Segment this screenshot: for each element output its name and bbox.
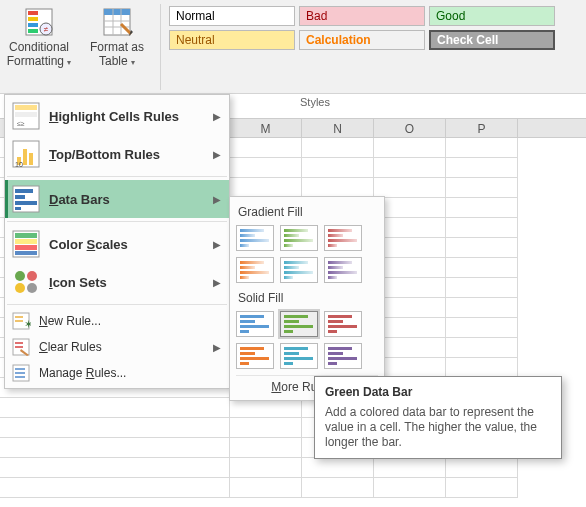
- gradient-purple-swatch[interactable]: [324, 257, 362, 283]
- style-good[interactable]: Good: [429, 6, 555, 26]
- cell[interactable]: [302, 478, 374, 498]
- cell[interactable]: [302, 158, 374, 178]
- format-as-table-icon: [101, 6, 133, 38]
- menu-separator: [7, 304, 227, 305]
- cell[interactable]: [0, 478, 230, 498]
- svg-rect-3: [28, 23, 38, 27]
- gradient-blue-swatch[interactable]: [236, 225, 274, 251]
- style-bad[interactable]: Bad: [299, 6, 425, 26]
- cell[interactable]: [446, 298, 518, 318]
- cell[interactable]: [446, 238, 518, 258]
- cell[interactable]: [0, 438, 230, 458]
- solid-purple-swatch[interactable]: [324, 343, 362, 369]
- cell[interactable]: [446, 318, 518, 338]
- manage-rules-icon: [11, 363, 31, 383]
- svg-rect-37: [15, 316, 23, 318]
- svg-rect-8: [104, 9, 130, 15]
- cell[interactable]: [302, 138, 374, 158]
- cell[interactable]: [230, 438, 302, 458]
- cell[interactable]: [446, 198, 518, 218]
- menu-data-bars[interactable]: Data Bars ▶: [5, 180, 229, 218]
- menu-separator: [7, 176, 227, 177]
- menu-new-rule[interactable]: ✶ New Rule...: [5, 308, 229, 334]
- menu-clear-rules[interactable]: Clear Rules ▶: [5, 334, 229, 360]
- svg-rect-4: [28, 29, 38, 33]
- cell[interactable]: [446, 138, 518, 158]
- svg-rect-45: [15, 372, 25, 374]
- cell[interactable]: [0, 458, 230, 478]
- menu-item-label: Color Scales: [49, 237, 213, 252]
- data-bars-submenu: Gradient Fill Solid Fill More Rules...: [229, 196, 385, 401]
- cell[interactable]: [230, 158, 302, 178]
- cell[interactable]: [230, 178, 302, 198]
- svg-text:≤≥: ≤≥: [17, 120, 25, 127]
- style-normal[interactable]: Normal: [169, 6, 295, 26]
- column-header[interactable]: M: [230, 119, 302, 137]
- cell[interactable]: [374, 458, 446, 478]
- style-neutral[interactable]: Neutral: [169, 30, 295, 50]
- solid-red-swatch[interactable]: [324, 311, 362, 337]
- submenu-arrow-icon: ▶: [213, 277, 221, 288]
- conditional-formatting-icon: ≠: [23, 6, 55, 38]
- solid-green-swatch[interactable]: [280, 311, 318, 337]
- tooltip-title: Green Data Bar: [325, 385, 551, 399]
- menu-icon-sets[interactable]: Icon Sets ▶: [5, 263, 229, 301]
- cell[interactable]: [0, 398, 230, 418]
- column-header[interactable]: O: [374, 119, 446, 137]
- fat-label-2: Table: [99, 54, 128, 68]
- style-check-cell[interactable]: Check Cell: [429, 30, 555, 50]
- menu-item-label: Data Bars: [49, 192, 213, 207]
- format-as-table-button[interactable]: Format asTable ▾: [78, 4, 156, 93]
- cell[interactable]: [230, 138, 302, 158]
- cell[interactable]: [446, 478, 518, 498]
- icon-sets-icon: [11, 267, 41, 297]
- conditional-formatting-button[interactable]: ≠ ConditionalFormatting ▾: [0, 4, 78, 93]
- svg-rect-19: [23, 149, 27, 165]
- menu-item-label: New Rule...: [39, 314, 221, 328]
- cell[interactable]: [446, 338, 518, 358]
- menu-manage-rules[interactable]: Manage Rules...: [5, 360, 229, 386]
- svg-rect-26: [15, 207, 21, 210]
- cell[interactable]: [374, 178, 446, 198]
- cell[interactable]: [446, 158, 518, 178]
- style-calculation[interactable]: Calculation: [299, 30, 425, 50]
- cell[interactable]: [446, 458, 518, 478]
- menu-item-label: Manage Rules...: [39, 366, 221, 380]
- column-header[interactable]: P: [446, 119, 518, 137]
- svg-rect-31: [15, 251, 37, 255]
- cell[interactable]: [446, 178, 518, 198]
- menu-top-bottom-rules[interactable]: 10 Top/Bottom Rules ▶: [5, 135, 229, 173]
- column-header[interactable]: N: [302, 119, 374, 137]
- cell[interactable]: [446, 358, 518, 378]
- gradient-lightblue-swatch[interactable]: [280, 257, 318, 283]
- cell[interactable]: [446, 278, 518, 298]
- cell[interactable]: [230, 418, 302, 438]
- cell[interactable]: [446, 258, 518, 278]
- clear-rules-icon: [11, 337, 31, 357]
- cell[interactable]: [230, 478, 302, 498]
- cell[interactable]: [446, 218, 518, 238]
- menu-highlight-cells-rules[interactable]: ≤≥ Highlight Cells Rules ▶: [5, 97, 229, 135]
- cell[interactable]: [302, 178, 374, 198]
- cf-label-2: Formatting: [7, 54, 64, 68]
- cell[interactable]: [230, 458, 302, 478]
- solid-lightblue-swatch[interactable]: [280, 343, 318, 369]
- cell[interactable]: [374, 138, 446, 158]
- gradient-green-swatch[interactable]: [280, 225, 318, 251]
- cell[interactable]: [230, 398, 302, 418]
- cell[interactable]: [374, 158, 446, 178]
- cell[interactable]: [374, 478, 446, 498]
- cell[interactable]: [302, 458, 374, 478]
- svg-text:✶: ✶: [24, 318, 31, 330]
- solid-blue-swatch[interactable]: [236, 311, 274, 337]
- cell[interactable]: [0, 418, 230, 438]
- gradient-red-swatch[interactable]: [324, 225, 362, 251]
- data-bars-icon: [11, 184, 41, 214]
- solid-fill-heading: Solid Fill: [236, 289, 378, 311]
- gradient-orange-swatch[interactable]: [236, 257, 274, 283]
- ribbon: ≠ ConditionalFormatting ▾ Format asTable…: [0, 0, 586, 94]
- menu-color-scales[interactable]: Color Scales ▶: [5, 225, 229, 263]
- svg-rect-20: [29, 153, 33, 165]
- menu-item-label: Icon Sets: [49, 275, 213, 290]
- solid-orange-swatch[interactable]: [236, 343, 274, 369]
